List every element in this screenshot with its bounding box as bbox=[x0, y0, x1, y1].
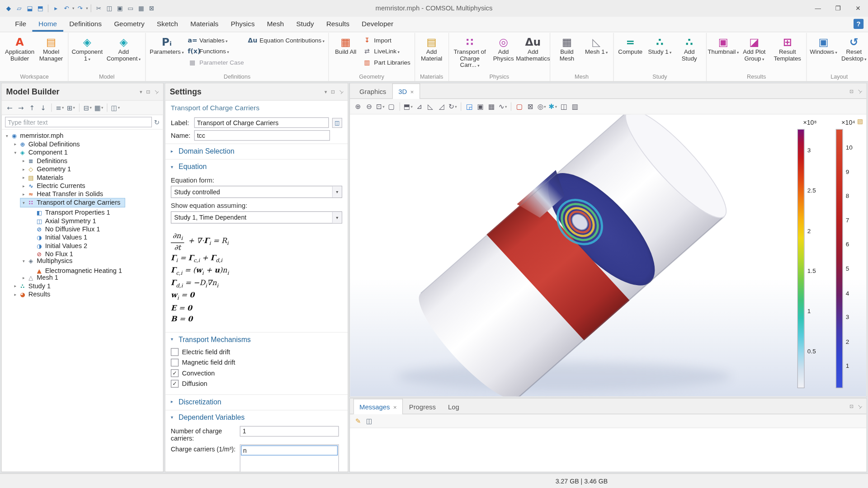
menu-geometry[interactable]: Geometry bbox=[108, 17, 151, 32]
twisty-closed-icon[interactable]: ▸ bbox=[21, 190, 27, 198]
twisty-closed-icon[interactable]: ▸ bbox=[21, 274, 27, 282]
thumbnail-button[interactable]: ▣Thumbnail▾ bbox=[709, 34, 738, 57]
twisty-closed-icon[interactable]: ▸ bbox=[21, 157, 27, 165]
tree-options-icon[interactable]: ▦▾ bbox=[94, 102, 104, 113]
close-button[interactable]: ✕ bbox=[848, 0, 868, 17]
view-yz-icon[interactable]: ◺ bbox=[426, 101, 435, 112]
tab-messages[interactable]: Messages× bbox=[354, 399, 403, 414]
cut-icon[interactable]: ✂ bbox=[94, 5, 104, 12]
tab-graphics[interactable]: Graphics bbox=[354, 84, 392, 99]
refresh-icon[interactable]: ↻ bbox=[154, 118, 160, 126]
checkbox-magnetic-field-drift[interactable] bbox=[171, 359, 179, 366]
add-component-button[interactable]: ◈Add Component▾ bbox=[104, 34, 143, 63]
menu-mesh[interactable]: Mesh bbox=[261, 17, 290, 32]
transparency-icon[interactable]: ◲ bbox=[465, 101, 474, 112]
equation-form-select[interactable]: Study controlled ▾ bbox=[171, 186, 342, 198]
dropdown-caret-icon[interactable]: ▾ bbox=[72, 6, 74, 11]
twisty-closed-icon[interactable]: ▸ bbox=[12, 140, 19, 148]
variables-button[interactable]: a=Variables▾ bbox=[186, 36, 245, 45]
go-to-view-icon[interactable]: ⬒▾ bbox=[403, 101, 413, 112]
menu-study[interactable]: Study bbox=[290, 17, 320, 32]
select-text-icon[interactable]: ✎ bbox=[354, 415, 363, 427]
add-material-button[interactable]: ▤Add Material bbox=[417, 34, 446, 63]
float-panel-icon[interactable]: ⊡ bbox=[849, 404, 854, 409]
select-box-icon[interactable]: ▢ bbox=[514, 101, 524, 112]
tab-3d[interactable]: 3D× bbox=[392, 84, 420, 99]
result-templates-button[interactable]: ⊞Result Templates bbox=[771, 34, 804, 63]
dropdown-caret-icon[interactable]: ▾ bbox=[86, 6, 88, 11]
reset-desktop-button[interactable]: ↺Reset Desktop▾ bbox=[839, 34, 868, 63]
section-domain-selection[interactable]: ▸ Domain Selection bbox=[165, 144, 348, 158]
add-study-button[interactable]: ∴Add Study bbox=[675, 34, 704, 63]
tree-item-multiphysics[interactable]: ▾◈Multiphysics bbox=[21, 257, 77, 265]
tab-log[interactable]: Log bbox=[442, 399, 465, 414]
redo-icon[interactable]: ↷ bbox=[75, 5, 85, 12]
import-button[interactable]: ↧Import bbox=[361, 36, 412, 45]
tree-item-materials[interactable]: ▸▤Materials bbox=[21, 174, 68, 182]
checkbox-electric-field-drift[interactable] bbox=[171, 348, 179, 356]
section-equation[interactable]: ▾ Equation bbox=[165, 159, 348, 173]
twisty-open-icon[interactable]: ▾ bbox=[21, 257, 27, 265]
close-tab-icon[interactable]: × bbox=[393, 404, 397, 410]
paste-icon[interactable]: ▣ bbox=[115, 5, 125, 12]
scene-settings-icon[interactable]: ✱▾ bbox=[548, 101, 557, 112]
checkbox-diffusion[interactable]: ✓ bbox=[171, 380, 179, 388]
twisty-closed-icon[interactable]: ▸ bbox=[12, 282, 19, 290]
zoom-in-icon[interactable]: ⊕ bbox=[354, 101, 363, 112]
section-dependent-variables[interactable]: ▾ Dependent Variables bbox=[165, 410, 348, 424]
copy-messages-icon[interactable]: ◫ bbox=[364, 415, 374, 427]
add-physics-button[interactable]: ◎Add Physics bbox=[489, 34, 518, 63]
add-plot-group-button[interactable]: ◪Add Plot Group▾ bbox=[738, 34, 770, 63]
build-all-button[interactable]: ▦Build All bbox=[331, 34, 360, 56]
tree-item-heat-transfer-in-solids[interactable]: ▸≈Heat Transfer in Solids bbox=[21, 190, 108, 198]
num-charge-carriers-input[interactable] bbox=[240, 426, 339, 436]
name-input[interactable] bbox=[194, 130, 330, 141]
twisty-open-icon[interactable]: ▾ bbox=[12, 149, 19, 157]
menu-physics[interactable]: Physics bbox=[225, 17, 261, 32]
float-panel-icon[interactable]: ⊡ bbox=[331, 89, 335, 94]
tree-item-transport-of-charge-carriers[interactable]: ▾∷Transport of Charge Carriers bbox=[21, 198, 125, 206]
charge-carriers-table[interactable]: n bbox=[240, 444, 339, 471]
view-zx-icon[interactable]: ◿ bbox=[437, 101, 446, 112]
menu-home[interactable]: Home bbox=[33, 17, 63, 32]
minimize-button[interactable]: — bbox=[808, 0, 828, 17]
go-forward-icon[interactable]: → bbox=[16, 102, 26, 113]
tree-item-memristor-mph[interactable]: ▾◉memristor.mph bbox=[4, 132, 68, 140]
section-discretization[interactable]: ▸ Discretization bbox=[165, 394, 348, 408]
section-transport-mechanisms[interactable]: ▾ Transport Mechanisms bbox=[165, 332, 348, 346]
pin-icon[interactable]: ⊥ bbox=[338, 88, 345, 95]
image-snapshot-icon[interactable]: ▣ bbox=[476, 101, 485, 112]
zoom-box-icon[interactable]: ⊡▾ bbox=[376, 101, 385, 112]
close-tab-icon[interactable]: × bbox=[410, 88, 414, 95]
undo-icon[interactable]: ↶ bbox=[62, 5, 71, 12]
tab-progress[interactable]: Progress bbox=[403, 399, 442, 414]
open-file-icon[interactable]: ▱ bbox=[14, 5, 24, 12]
twisty-open-icon[interactable]: ▾ bbox=[21, 198, 27, 206]
label-input[interactable] bbox=[194, 117, 329, 128]
tree-item-results[interactable]: ▸◕Results bbox=[12, 290, 55, 298]
view-xy-icon[interactable]: ⊿ bbox=[415, 101, 424, 112]
component-1-button[interactable]: ◈Component 1▾ bbox=[71, 34, 104, 63]
tree-item-component-1[interactable]: ▾◈Component 1 bbox=[12, 149, 72, 157]
application-builder-button[interactable]: AApplication Builder bbox=[3, 34, 36, 63]
pin-icon[interactable]: ⊥ bbox=[856, 403, 863, 410]
charge-carrier-name-cell[interactable]: n bbox=[241, 446, 338, 455]
move-up-icon[interactable]: ↑ bbox=[27, 102, 37, 113]
twisty-closed-icon[interactable]: ▸ bbox=[21, 165, 27, 174]
help-button[interactable]: ? bbox=[854, 19, 863, 29]
windows-button[interactable]: ▣Windows▾ bbox=[809, 34, 838, 57]
build-mesh-button[interactable]: ▦Build Mesh bbox=[552, 34, 581, 63]
tree-item-electric-currents[interactable]: ▸∿Electric Currents bbox=[21, 182, 90, 190]
move-down-icon[interactable]: ↓ bbox=[38, 102, 48, 113]
tree-filter-input[interactable] bbox=[5, 117, 152, 127]
collapse-tree-icon[interactable]: ⊟▾ bbox=[83, 102, 92, 113]
expand-tree-icon[interactable]: ⊞▾ bbox=[66, 102, 75, 113]
save-as-icon[interactable]: ⬒ bbox=[36, 5, 45, 12]
equation-contributions-button[interactable]: ΔuEquation Contributions▾ bbox=[246, 36, 326, 45]
menu-results[interactable]: Results bbox=[320, 17, 355, 32]
tree-item-mesh-1[interactable]: ▸△Mesh 1 bbox=[21, 274, 63, 282]
comsol-logo-icon[interactable]: ◆ bbox=[4, 5, 14, 12]
reset-icon[interactable]: ⊠ bbox=[147, 5, 156, 12]
tree-item-geometry-1[interactable]: ▸◇Geometry 1 bbox=[21, 165, 75, 174]
twisty-closed-icon[interactable]: ▸ bbox=[12, 290, 19, 298]
